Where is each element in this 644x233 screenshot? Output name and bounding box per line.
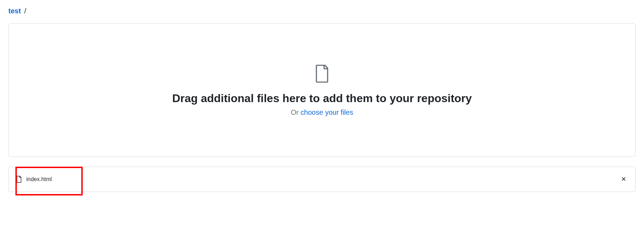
uploaded-file-row: index.html (8, 167, 636, 192)
dropzone-subtext: Or choose your files (291, 108, 353, 116)
file-name: index.html (26, 176, 52, 182)
breadcrumb-separator: / (24, 7, 26, 15)
file-drop-zone[interactable]: Drag additional files here to add them t… (8, 24, 636, 157)
or-text: Or (291, 108, 301, 116)
file-icon (16, 175, 22, 183)
breadcrumb-repo-link[interactable]: test (8, 7, 21, 15)
file-icon (314, 64, 330, 85)
dropzone-heading: Drag additional files here to add them t… (172, 92, 472, 105)
choose-files-link[interactable]: choose your files (301, 108, 353, 116)
breadcrumb: test / (8, 7, 636, 15)
file-info: index.html (16, 175, 52, 183)
close-icon (621, 176, 627, 183)
remove-file-button[interactable] (619, 174, 628, 185)
